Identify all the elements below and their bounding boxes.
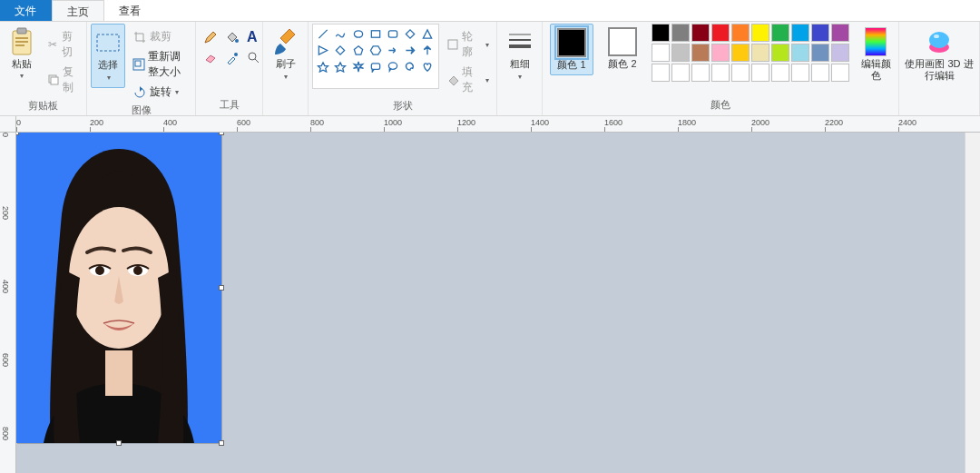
color-swatch[interactable] bbox=[731, 64, 750, 82]
resize-handle[interactable] bbox=[116, 440, 122, 446]
svg-rect-6 bbox=[51, 77, 58, 84]
color-swatch[interactable] bbox=[671, 64, 690, 82]
color-swatch[interactable] bbox=[751, 64, 769, 82]
text-icon[interactable]: A bbox=[247, 29, 258, 45]
svg-rect-4 bbox=[15, 44, 24, 46]
svg-point-40 bbox=[133, 266, 142, 275]
color-swatch[interactable] bbox=[791, 64, 809, 82]
svg-marker-22 bbox=[318, 63, 328, 72]
color-swatch[interactable] bbox=[731, 24, 750, 42]
group-tools: A 工具 bbox=[196, 22, 263, 115]
resize-handle[interactable] bbox=[16, 133, 19, 135]
color-swatch[interactable] bbox=[652, 44, 670, 62]
svg-rect-14 bbox=[371, 31, 379, 37]
color-swatch[interactable] bbox=[691, 44, 710, 62]
group-size: 粗细▾ bbox=[497, 22, 543, 115]
color-swatch[interactable] bbox=[652, 64, 670, 82]
color-swatch[interactable] bbox=[671, 44, 690, 62]
group-p3d: 使用画图 3D 进行编辑 bbox=[899, 22, 980, 115]
copy-button[interactable]: 复制 bbox=[44, 63, 83, 97]
svg-point-12 bbox=[249, 53, 256, 60]
vertical-scrollbar[interactable] bbox=[965, 133, 980, 473]
outline-button[interactable]: 轮廓▾ bbox=[443, 27, 493, 62]
svg-point-39 bbox=[95, 266, 104, 275]
brush-button[interactable]: 刷子▾ bbox=[267, 24, 304, 86]
tab-bar: 文件 主页 查看 bbox=[0, 0, 980, 22]
outline-icon bbox=[446, 37, 460, 52]
magnifier-icon[interactable] bbox=[247, 51, 261, 65]
color-swatch[interactable] bbox=[831, 24, 849, 42]
tab-file[interactable]: 文件 bbox=[0, 0, 52, 21]
ruler-vertical: 0200400600800 bbox=[0, 133, 16, 473]
color-swatch[interactable] bbox=[711, 24, 730, 42]
paste-button[interactable]: 粘贴 ▾ bbox=[4, 24, 40, 84]
paint3d-icon bbox=[925, 27, 954, 56]
resize-handle[interactable] bbox=[219, 440, 224, 446]
svg-point-32 bbox=[929, 32, 949, 48]
canvas-viewport[interactable] bbox=[16, 133, 980, 473]
select-button[interactable]: 选择▾ bbox=[91, 24, 125, 88]
size-button[interactable]: 粗细▾ bbox=[501, 24, 538, 86]
fill-button[interactable]: 填充▾ bbox=[443, 63, 493, 97]
svg-rect-27 bbox=[448, 40, 457, 49]
color-swatch[interactable] bbox=[831, 64, 849, 82]
cut-button[interactable]: ✂ 剪切 bbox=[44, 27, 83, 62]
color-swatch[interactable] bbox=[751, 24, 769, 42]
color-swatch[interactable] bbox=[691, 64, 710, 82]
color-swatch[interactable] bbox=[831, 44, 849, 62]
eraser-icon[interactable] bbox=[203, 51, 218, 65]
ruler-corner bbox=[0, 116, 16, 133]
svg-marker-16 bbox=[407, 30, 415, 38]
paint3d-button[interactable]: 使用画图 3D 进行编辑 bbox=[903, 24, 975, 85]
svg-marker-18 bbox=[318, 46, 327, 54]
svg-marker-17 bbox=[424, 30, 432, 38]
crop-icon bbox=[132, 30, 147, 44]
lines-icon bbox=[505, 27, 534, 56]
group-brush: 刷子▾ bbox=[263, 22, 309, 115]
color-swatch[interactable] bbox=[771, 64, 789, 82]
ruler-horizontal: 0200400600800100012001400160018002000220… bbox=[16, 116, 980, 133]
group-shapes-label: 形状 bbox=[312, 97, 493, 116]
bucket-icon[interactable] bbox=[225, 29, 240, 45]
svg-point-26 bbox=[388, 63, 397, 69]
color-swatch[interactable] bbox=[811, 64, 829, 82]
color-swatch[interactable] bbox=[811, 44, 829, 62]
pencil-icon[interactable] bbox=[203, 29, 218, 45]
svg-rect-2 bbox=[15, 37, 28, 39]
color-swatch[interactable] bbox=[771, 24, 789, 42]
ribbon: 粘贴 ▾ ✂ 剪切 复制 剪贴板 bbox=[0, 22, 980, 116]
svg-point-13 bbox=[354, 31, 362, 37]
tab-home[interactable]: 主页 bbox=[52, 0, 104, 21]
svg-marker-19 bbox=[337, 46, 345, 54]
scissors-icon: ✂ bbox=[47, 37, 59, 52]
resize-button[interactable]: 重新调整大小 bbox=[129, 47, 191, 82]
eyedropper-icon[interactable] bbox=[225, 51, 240, 65]
color-swatch[interactable] bbox=[791, 44, 809, 62]
group-colors-label: 颜色 bbox=[546, 96, 895, 115]
color-swatch[interactable] bbox=[691, 24, 710, 42]
color2-button[interactable]: 颜色 2 bbox=[601, 24, 644, 74]
resize-handle[interactable] bbox=[219, 133, 224, 135]
clipboard-icon bbox=[7, 27, 36, 56]
tab-view[interactable]: 查看 bbox=[104, 0, 156, 21]
color-swatch[interactable] bbox=[791, 24, 809, 42]
rotate-button[interactable]: 旋转▾ bbox=[129, 83, 191, 102]
color-swatch[interactable] bbox=[711, 64, 730, 82]
color-swatch[interactable] bbox=[711, 44, 730, 62]
color-swatch[interactable] bbox=[811, 24, 829, 42]
svg-marker-23 bbox=[336, 63, 346, 72]
canvas-image[interactable] bbox=[16, 133, 221, 443]
resize-handle[interactable] bbox=[219, 285, 224, 291]
copy-icon bbox=[47, 73, 60, 87]
color-palette[interactable] bbox=[652, 24, 849, 82]
color-swatch[interactable] bbox=[671, 24, 690, 42]
color-swatch[interactable] bbox=[771, 44, 789, 62]
color-swatch[interactable] bbox=[751, 44, 769, 62]
color1-button[interactable]: 颜色 1 bbox=[550, 24, 593, 75]
shapes-gallery[interactable] bbox=[312, 24, 439, 89]
crop-button[interactable]: 裁剪 bbox=[129, 27, 191, 46]
group-clipboard-label: 剪贴板 bbox=[4, 97, 83, 116]
edit-colors-button[interactable]: 编辑颜色 bbox=[857, 24, 895, 85]
color-swatch[interactable] bbox=[731, 44, 750, 62]
color-swatch[interactable] bbox=[652, 24, 670, 42]
